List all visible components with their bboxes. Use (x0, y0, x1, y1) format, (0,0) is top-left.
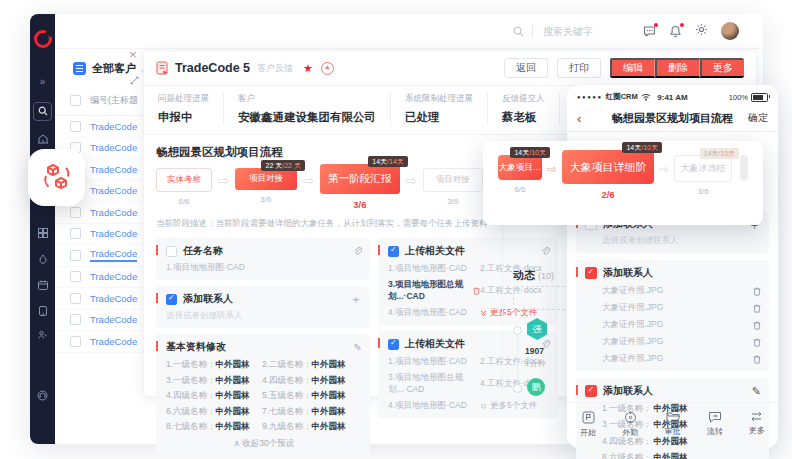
task-card[interactable]: ✓ 添加联系人 ＋ 选择或者创建联系人 (156, 286, 370, 328)
row-checkbox[interactable] (70, 121, 81, 132)
field: 客户安徽鑫通建设集团有限公司 (223, 93, 390, 125)
arrow-right-icon: ⇨ (218, 173, 229, 188)
phone-task-card[interactable]: 添加联系人 大象证件照.JPG 大象证件照.JPG 大象证件照.JPG 大象证件… (576, 260, 769, 371)
activity-count: (10) (538, 271, 554, 281)
toolbar-more[interactable]: 更多 (736, 411, 778, 438)
row-link[interactable]: TradeCode (90, 314, 137, 325)
medal-icon[interactable]: ★ (321, 62, 334, 75)
pencil-icon[interactable]: ✎ (354, 342, 362, 353)
clock: 9:41 AM (567, 93, 778, 102)
more-lines-icon (750, 411, 763, 422)
schedule-icon[interactable] (30, 280, 55, 290)
timeline-dot (513, 384, 522, 393)
app-logo-icon (34, 30, 52, 48)
expand-diagonal-icon[interactable] (130, 71, 139, 89)
flow-step[interactable]: 大象冰冻结 14天/10天 3/6 (674, 155, 732, 196)
plus-icon[interactable]: ＋ (350, 294, 362, 304)
duration-badge: 14天/10天 (700, 148, 740, 159)
row-link[interactable]: TradeCode (90, 142, 137, 153)
row-link[interactable]: TradeCode (90, 248, 137, 262)
toolbar-approval[interactable]: 审批 (651, 411, 693, 438)
messages-icon[interactable] (643, 25, 656, 38)
paperclip-icon[interactable] (353, 246, 362, 256)
tablet-icon[interactable] (30, 306, 55, 316)
more-files-link[interactable]: 更多5个文件 (480, 400, 556, 412)
gear-icon[interactable] (695, 22, 708, 40)
task-checkbox-checked[interactable] (585, 385, 597, 397)
apps-icon[interactable] (30, 228, 55, 238)
avatar-circle: 鹏 (527, 378, 545, 396)
task-card[interactable]: 任务名称 1.项目地地形图·CAD (156, 238, 370, 280)
search-icon[interactable] (30, 106, 55, 116)
support-icon[interactable] (30, 390, 55, 401)
chat-arrow-icon (708, 411, 722, 423)
confirm-button[interactable]: 确定 (748, 111, 768, 125)
row-checkbox[interactable] (70, 228, 81, 239)
print-button[interactable]: 打印 (557, 58, 601, 78)
flow-step-current[interactable]: 大象项目详细阶 14天/10天 2/6 (562, 155, 654, 200)
search-input[interactable] (541, 25, 615, 38)
edit-button[interactable]: 编辑 (610, 58, 655, 78)
close-icon[interactable]: × (129, 48, 137, 61)
trash-icon[interactable] (753, 304, 761, 313)
select-all-checkbox[interactable] (70, 95, 81, 106)
row-checkbox[interactable] (70, 293, 81, 304)
row-checkbox[interactable] (70, 271, 81, 282)
battery-icon (751, 93, 768, 102)
task-checkbox-checked[interactable] (585, 267, 597, 279)
star-icon[interactable]: ★ (303, 62, 313, 75)
trash-icon[interactable] (753, 287, 761, 296)
trash-icon[interactable] (473, 287, 480, 295)
company-icon[interactable] (30, 134, 55, 144)
column-header: 编号(主标题 (90, 94, 138, 107)
trash-icon[interactable] (753, 321, 761, 330)
row-link[interactable]: TradeCode (90, 121, 137, 132)
duration-badge: 14天/14天 (368, 156, 408, 167)
task-checkbox-checked[interactable]: ✓ (388, 339, 399, 350)
task-checkbox[interactable] (166, 246, 177, 257)
left-nav-sidebar: » (30, 14, 55, 444)
pencil-icon[interactable]: ✎ (752, 385, 761, 398)
search-icon[interactable] (513, 26, 524, 37)
record-doc-icon (156, 61, 169, 75)
product-cube-badge[interactable] (28, 149, 85, 206)
cube-sync-icon (39, 160, 75, 196)
toolbar-start[interactable]: 开始 (567, 411, 609, 438)
duration-badge: 14天/10天 (622, 142, 662, 153)
user-avatar[interactable] (721, 22, 739, 40)
flow-step[interactable]: 实体考察 6/6 (156, 168, 212, 206)
row-checkbox[interactable] (70, 336, 81, 347)
flow-step[interactable]: 大象项目… 14天/10天 6/6 (498, 155, 542, 194)
more-button[interactable]: 更多 (700, 58, 744, 78)
trash-icon[interactable] (753, 338, 761, 347)
bell-icon[interactable] (669, 25, 682, 38)
trash-icon[interactable] (753, 355, 761, 364)
row-link[interactable]: TradeCode (90, 271, 137, 282)
row-checkbox[interactable] (70, 314, 81, 325)
row-checkbox[interactable] (70, 250, 81, 261)
row-link[interactable]: TradeCode (90, 207, 137, 218)
back-button[interactable]: 返回 (504, 58, 548, 78)
delete-button[interactable]: 删除 (655, 58, 700, 78)
row-link[interactable]: TradeCode (90, 228, 137, 239)
arrow-right-icon: ⇨ (303, 173, 314, 188)
row-link[interactable]: TradeCode (90, 293, 137, 304)
timeline-dot (513, 326, 522, 335)
ink-drop-icon[interactable] (30, 254, 55, 264)
flow-step-current[interactable]: 第一阶段汇报 14天/14天 3/6 (320, 168, 400, 210)
collapse-presets-link[interactable]: ∧ 收起30个预设 (166, 438, 362, 450)
task-card[interactable]: 基本资料修改 ✎ 1.一级名称：中外园林 2.二级名称：中外园林 3.一级名称：… (156, 334, 370, 456)
contacts-icon[interactable] (30, 330, 55, 340)
flow-step[interactable]: 项目对接 22 天/22 天 3/6 (235, 168, 297, 204)
task-checkbox-checked[interactable]: ✓ (388, 246, 399, 257)
row-checkbox[interactable] (70, 207, 81, 218)
row-link[interactable]: TradeCode (90, 336, 137, 347)
file-with-delete[interactable]: 3.项目地地形图总规划...·CAD (388, 279, 480, 303)
task-checkbox-checked[interactable]: ✓ (166, 294, 177, 305)
collapse-icon[interactable]: » (30, 76, 55, 87)
flow-step[interactable]: 项目对接 3/6 (423, 168, 483, 206)
toolbar-field-work[interactable]: 外勤 (609, 411, 651, 438)
row-link[interactable]: TradeCode (90, 185, 137, 196)
row-link[interactable]: TradeCode (90, 164, 137, 175)
toolbar-flow[interactable]: 流转 (694, 411, 736, 438)
